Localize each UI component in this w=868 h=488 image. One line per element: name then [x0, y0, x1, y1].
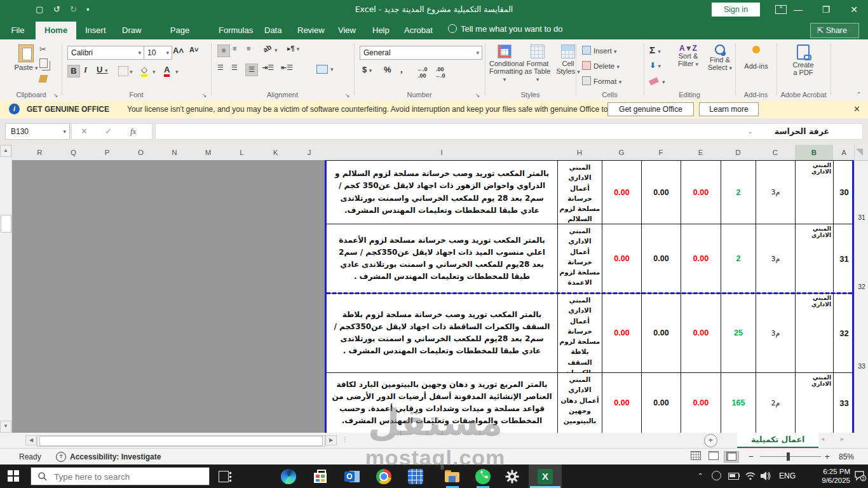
row-header-33[interactable]: 33 [855, 362, 868, 370]
align-right-icon[interactable]: ☰ [245, 64, 258, 76]
copy-icon[interactable] [39, 58, 48, 68]
column-header-G[interactable]: G [602, 145, 642, 161]
ribbon-tab-view[interactable]: View [329, 22, 363, 39]
bottom-align-icon[interactable]: ≡ [247, 44, 250, 52]
bold-icon[interactable]: B [67, 65, 80, 78]
excel-taskbar-button[interactable]: X [529, 464, 562, 488]
apps-grid-icon[interactable] [408, 469, 423, 484]
tray-app-icon[interactable] [712, 471, 722, 482]
column-header-E[interactable]: E [681, 145, 721, 161]
decrease-decimal-icon[interactable]: .00→.0 [435, 66, 445, 79]
column-header-R[interactable]: R [23, 145, 57, 161]
format-cells-button[interactable]: Format ▾ [582, 76, 621, 85]
comma-style-icon[interactable]: , [400, 65, 403, 74]
cell-D-item32[interactable]: 25 [721, 293, 756, 373]
warning-close-icon[interactable]: ✕ [853, 104, 860, 114]
minimize-button[interactable]: — [784, 0, 812, 19]
orientation-icon[interactable]: ab [262, 43, 273, 54]
cell-B-item32[interactable]: المبني الاداري [795, 293, 834, 373]
outlook-icon[interactable]: O [344, 469, 360, 484]
worksheet-grid[interactable]: RQPONMLKJIHGFEDCBAبالمتر المكعب توريد وص… [0, 145, 868, 433]
ribbon-tab-formulas[interactable]: Formulas [210, 22, 255, 39]
edge-icon[interactable] [281, 469, 296, 484]
cell-D-item30[interactable]: 2 [721, 160, 756, 224]
scroll-left-icon[interactable]: ◀ [25, 435, 37, 445]
horizontal-scroll-thumb[interactable] [39, 436, 323, 446]
column-header-P[interactable]: P [90, 145, 125, 161]
cell-B-item33[interactable]: المبني الاداري [795, 372, 834, 433]
insert-cells-button[interactable]: Insert ▾ [582, 46, 617, 55]
tray-chevron-up-icon[interactable]: ⌃ [698, 472, 703, 479]
accessibility-status[interactable]: Accessibility: Investigate [70, 452, 161, 461]
sheet-tab-nav-arrows[interactable]: ◂▸ [821, 435, 860, 442]
column-header-F[interactable]: F [641, 145, 681, 161]
cell-E-item31[interactable]: 0.00 [681, 224, 721, 294]
row-header-31[interactable]: 31 [855, 214, 868, 221]
column-header-A[interactable]: A [833, 145, 855, 161]
page-break-preview-icon[interactable] [724, 451, 739, 463]
add-ins-button[interactable]: Add-ins [738, 46, 774, 70]
font-color-icon[interactable]: A [164, 65, 170, 77]
start-button[interactable] [8, 470, 19, 482]
restore-button[interactable]: ❐ [812, 0, 840, 19]
folder-app-icon[interactable] [445, 469, 460, 484]
clear-icon[interactable] [649, 77, 659, 85]
cell-C-item32[interactable]: م3 [756, 293, 796, 373]
format-painter-icon[interactable] [39, 75, 48, 83]
ribbon-tab-home[interactable]: Home [36, 22, 76, 39]
column-header-H[interactable]: H [557, 145, 602, 161]
zoom-in-icon[interactable]: + [825, 452, 830, 461]
share-button[interactable]: ⇱ Share ▾ [810, 23, 859, 38]
language-indicator[interactable]: ENG [779, 471, 796, 480]
cell-H-item33[interactable]: المبني الاداري أعمال دهان وجهين بالبيتوم… [557, 372, 602, 433]
column-header-O[interactable]: O [124, 145, 158, 161]
ribbon-tab-draw[interactable]: Draw [113, 22, 150, 39]
font-size-combo[interactable]: 10▾ [144, 46, 172, 60]
format-as-table-button[interactable]: Format as Table ▾ [522, 44, 553, 83]
increase-indent-icon[interactable]: ⇤☰ [281, 64, 293, 72]
page-layout-view-icon[interactable] [706, 451, 721, 463]
zoom-out-icon[interactable]: − [749, 452, 754, 461]
ribbon-tab-acrobat[interactable]: Acrobat [395, 22, 438, 39]
scroll-right-icon[interactable]: ▶ [325, 435, 337, 445]
scrollbar-resizer[interactable]: ⋮ [342, 436, 349, 443]
name-box[interactable]: B130▾ [5, 123, 70, 140]
vertical-scroll-thumb[interactable] [1, 215, 11, 233]
cell-E-item30[interactable]: 0.00 [681, 160, 721, 224]
column-header-partial[interactable] [11, 145, 24, 161]
cell-F-item30[interactable]: 0.00 [641, 160, 681, 224]
cell-H-item32[interactable]: المبني الاداري أعمال خرسانة مسلحة لزوم ب… [557, 293, 602, 373]
chrome-icon[interactable] [376, 469, 391, 484]
cell-I-item32[interactable]: بالمتر المكعب توريد وصب خرسانة مسلحة لزو… [326, 293, 558, 373]
column-header-K[interactable]: K [259, 145, 293, 161]
sheet-tab-active[interactable]: اعمال تكميلية [737, 433, 818, 449]
number-dialog-launcher[interactable]: ↘ [475, 92, 482, 98]
horizontal-scrollbar[interactable]: ◀ ▶ [25, 435, 337, 445]
ribbon-tab-file[interactable]: File [0, 22, 36, 39]
cell-D-item31[interactable]: 2 [721, 224, 756, 294]
sign-in-button[interactable]: Sign in [712, 3, 760, 17]
shrink-font-icon[interactable]: A˅ [189, 46, 198, 53]
cell-styles-button[interactable]: Cell Styles ▾ [553, 44, 583, 76]
settings-gear-icon[interactable] [505, 469, 520, 484]
sort-filter-button[interactable]: A▼Z Sort & Filter ▾ [672, 44, 704, 68]
autosum-icon[interactable]: Σ ▾ [649, 44, 661, 55]
cancel-icon[interactable]: ✕ [81, 124, 88, 139]
formula-expand-icon[interactable]: ⌄ [748, 124, 753, 139]
cell-G-item32[interactable]: 0.00 [602, 293, 642, 373]
formula-input[interactable]: ⌄ غرفة الحراسة [155, 123, 863, 140]
new-sheet-icon[interactable]: + [704, 434, 717, 447]
paragraph-direction-icon[interactable]: ▸¶ ▾ [287, 44, 299, 53]
whatsapp-icon[interactable] [475, 469, 491, 484]
underline-icon[interactable]: U ▾ [97, 65, 108, 74]
cell-I-item31[interactable]: بالمتر المكعب توريد وصب خرسانة مسلحة لزو… [326, 224, 558, 294]
cell-G-item31[interactable]: 0.00 [602, 224, 642, 294]
collapse-ribbon-icon[interactable]: ⌃ [857, 91, 862, 98]
column-header-N[interactable]: N [158, 145, 192, 161]
insert-function-icon[interactable]: fx [130, 124, 136, 139]
get-genuine-office-button[interactable]: Get genuine Office [607, 102, 694, 116]
fill-icon[interactable]: ⬇ ▾ [649, 61, 661, 70]
cell-B-item31[interactable]: المبني الاداري [795, 224, 834, 294]
column-header-J[interactable]: J [292, 145, 327, 161]
grow-font-icon[interactable]: A˄ [173, 46, 184, 55]
